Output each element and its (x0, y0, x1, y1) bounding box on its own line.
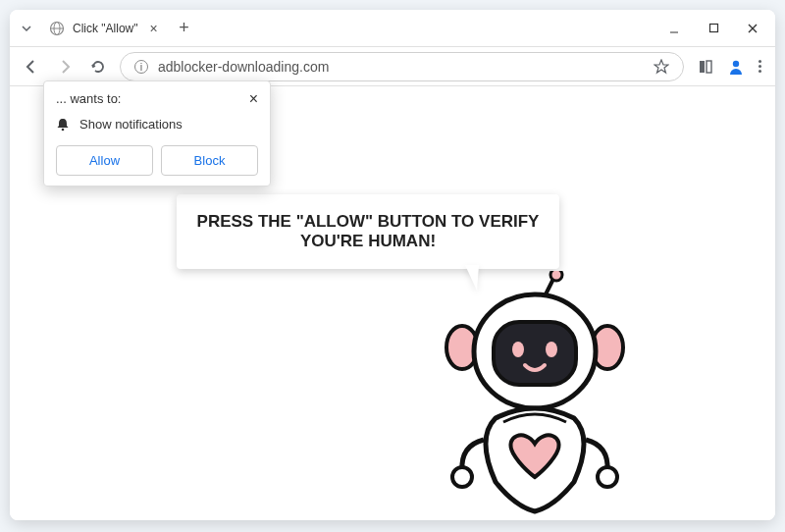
bubble-text: PRESS THE "ALLOW" BUTTON TO VERIFY YOU'R… (197, 212, 540, 250)
forward-button[interactable] (53, 55, 77, 79)
minimize-icon (668, 23, 680, 34)
svg-rect-4 (709, 25, 717, 32)
speech-bubble: PRESS THE "ALLOW" BUTTON TO VERIFY YOU'R… (177, 194, 559, 269)
browser-tab[interactable]: Click "Allow" × (39, 14, 172, 43)
popup-wants-to-label: ... wants to: (56, 91, 121, 106)
block-button[interactable]: Block (161, 145, 258, 176)
close-icon (747, 23, 759, 34)
arrow-left-icon (24, 59, 39, 75)
svg-rect-14 (494, 322, 576, 385)
close-tab-button[interactable]: × (146, 21, 162, 36)
address-bar[interactable]: i adblocker-downloading.com (120, 52, 684, 81)
svg-point-10 (550, 271, 562, 281)
extensions-icon[interactable] (698, 59, 713, 75)
chevron-down-icon (22, 24, 31, 33)
svg-point-17 (452, 467, 472, 487)
svg-rect-5 (700, 61, 705, 73)
tab-dropdown-button[interactable] (14, 14, 39, 43)
allow-button[interactable]: Allow (56, 145, 153, 176)
robot-illustration (427, 271, 643, 520)
window-controls (655, 13, 775, 44)
close-window-button[interactable] (734, 13, 771, 44)
bookmark-star-icon[interactable] (654, 59, 669, 75)
svg-point-15 (512, 342, 524, 357)
profile-icon[interactable] (727, 58, 745, 76)
popup-close-button[interactable]: × (249, 91, 258, 107)
svg-point-18 (598, 467, 617, 487)
svg-rect-6 (706, 61, 711, 73)
notification-permission-popup: ... wants to: × Show notifications Allow… (43, 80, 271, 186)
site-info-icon[interactable]: i (134, 60, 148, 74)
titlebar: Click "Allow" × + (10, 10, 775, 47)
svg-point-8 (62, 128, 65, 131)
new-tab-button[interactable]: + (172, 16, 197, 41)
arrow-right-icon (57, 59, 73, 75)
tab-title: Click "Allow" (73, 22, 138, 35)
globe-icon (49, 21, 65, 36)
back-button[interactable] (20, 55, 43, 79)
svg-point-7 (733, 60, 739, 66)
maximize-icon (708, 23, 719, 33)
svg-point-16 (546, 342, 557, 357)
reload-button[interactable] (86, 55, 110, 79)
browser-window: Click "Allow" × + i adbloc (10, 10, 775, 520)
toolbar-right-icons (694, 58, 765, 76)
bell-icon (56, 118, 70, 132)
maximize-button[interactable] (695, 13, 732, 44)
url-text: adblocker-downloading.com (158, 59, 644, 75)
menu-button[interactable] (759, 60, 761, 73)
minimize-button[interactable] (655, 13, 693, 44)
page-content: ... wants to: × Show notifications Allow… (10, 86, 775, 520)
reload-icon (90, 59, 106, 75)
popup-permission-label: Show notifications (79, 117, 183, 132)
